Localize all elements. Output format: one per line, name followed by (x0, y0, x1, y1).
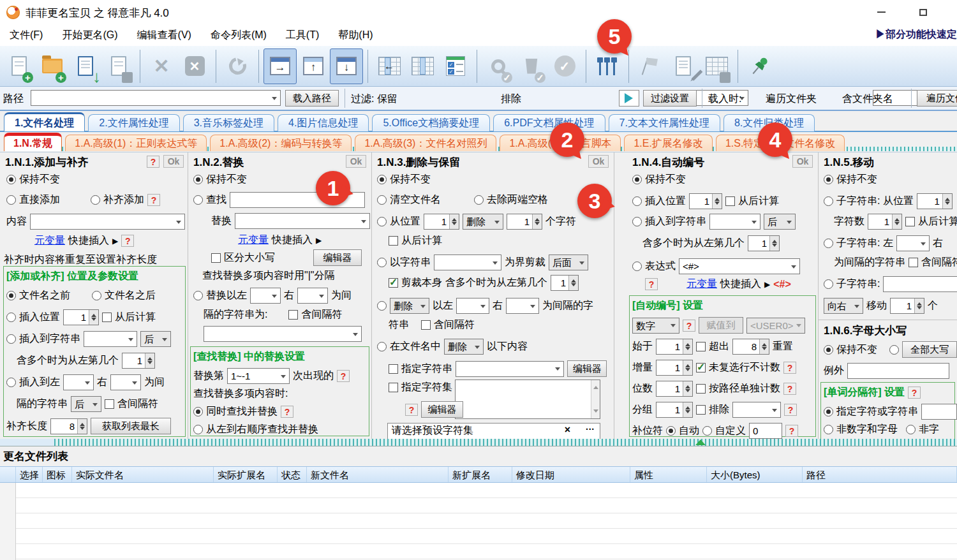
help-icon[interactable]: ? (783, 362, 796, 374)
tab-pdf[interactable]: 6.PDF文档属性处理 (493, 114, 605, 131)
path-combobox[interactable] (31, 90, 281, 106)
edit-list-button[interactable] (667, 48, 700, 84)
expression-radio[interactable] (632, 262, 642, 271)
custom-pad-radio[interactable] (702, 426, 712, 436)
menu-tools[interactable]: 工具(T) (276, 29, 329, 42)
load-list-button[interactable]: ↓ (69, 48, 102, 84)
table-columns-button[interactable] (406, 48, 439, 84)
checklist-button[interactable]: ✓✓ (439, 48, 472, 84)
confirm-button[interactable]: ✓ (548, 48, 581, 84)
collapse-arrow-icon[interactable] (695, 439, 706, 445)
delete-combobox[interactable]: 删除 (390, 298, 429, 314)
meta-var-link[interactable]: 元变量 (238, 233, 269, 247)
editor-button[interactable]: 编辑器 (567, 360, 607, 377)
subtab-mapping-list[interactable]: 1.A.高级(3)：文件名对照列 (355, 135, 496, 151)
pad-add-radio[interactable] (91, 195, 100, 205)
boundary-combobox[interactable] (434, 254, 501, 270)
left-sep-combobox[interactable] (250, 288, 281, 304)
left-sep-combobox[interactable] (896, 235, 930, 251)
get-longest-button[interactable]: 获取列表最长 (91, 418, 171, 434)
exceed-spinner[interactable]: 8 (732, 339, 769, 355)
keep-radio[interactable] (632, 175, 642, 184)
menu-rename[interactable]: 开始更名(G) (52, 29, 127, 42)
table-left-button[interactable]: ← (373, 48, 406, 84)
panel-down-button[interactable]: ↓ (330, 48, 363, 84)
clear-icon[interactable]: × (565, 424, 570, 436)
insert-pos-spinner[interactable]: 1 (689, 193, 722, 209)
subtab-encoding[interactable]: 1.A.高级(2)：编码与转换等 (210, 135, 352, 151)
help-icon[interactable]: ? (147, 194, 160, 206)
menu-help[interactable]: 帮助(H) (329, 29, 382, 42)
tab-text-attrs[interactable]: 7.文本文件属性处理 (609, 114, 720, 131)
help-icon[interactable]: ? (147, 156, 160, 168)
insert-pos-radio[interactable] (6, 313, 16, 322)
direction-combobox[interactable]: 向右 (824, 298, 863, 314)
keep-radio[interactable] (193, 175, 203, 184)
increment-spinner[interactable]: 1 (656, 360, 693, 376)
table-row[interactable] (0, 483, 957, 498)
keep-radio[interactable] (824, 345, 833, 355)
charset-checkbox[interactable] (389, 383, 398, 392)
insert-pos-radio[interactable] (632, 196, 642, 206)
custom-pad-input[interactable]: 0 (749, 423, 782, 439)
spec-string-combobox[interactable] (456, 361, 564, 377)
delete-between-radio[interactable] (377, 301, 387, 311)
direct-add-radio[interactable] (6, 195, 16, 205)
nth-spinner[interactable]: 1 (122, 353, 155, 369)
splitter-left[interactable] (0, 439, 54, 446)
insert-string-combobox[interactable] (709, 214, 760, 230)
column-new-ext[interactable]: 新扩展名 (449, 467, 512, 482)
case-mode-button[interactable]: 全部大写 (902, 341, 957, 358)
left-sep-combobox[interactable] (63, 374, 94, 390)
tab-filename[interactable]: 1.文件名处理 (4, 112, 85, 131)
help-icon[interactable]: ? (645, 278, 658, 290)
help-icon[interactable]: ? (405, 404, 418, 416)
position-spinner[interactable]: 1 (424, 214, 459, 230)
delete-combobox[interactable]: 删除 (463, 214, 503, 230)
meta-var-link[interactable]: 元变量 (34, 234, 65, 247)
table-row[interactable] (0, 529, 957, 544)
substring-pos-radio[interactable] (824, 196, 833, 206)
delete-filtered-button[interactable]: ✓ (515, 48, 548, 84)
column-new-name[interactable]: 新文件名 (307, 467, 449, 482)
expression-combobox[interactable]: <#> (679, 258, 800, 274)
substring-radio[interactable] (824, 279, 833, 289)
digits-spinner[interactable]: 1 (656, 381, 693, 397)
charset-textarea[interactable] (455, 379, 600, 419)
after-combobox[interactable]: 后 (140, 331, 171, 347)
search-button[interactable]: ✓ (482, 48, 515, 84)
after-name-radio[interactable] (92, 291, 101, 300)
column-attrs[interactable]: 属性 (630, 467, 707, 482)
tab-office[interactable]: 5.Office文档摘要处理 (372, 114, 490, 131)
remove-all-button[interactable]: ✕ (178, 48, 211, 84)
help-icon[interactable]: ? (785, 425, 798, 437)
from-end-checkbox[interactable] (905, 217, 915, 226)
column-actual-name[interactable]: 实际文件名 (72, 467, 214, 482)
include-sep-checkbox[interactable] (288, 310, 298, 320)
panel-up-button[interactable]: ↑ (297, 48, 330, 84)
insert-string-combobox[interactable] (84, 331, 137, 347)
after-combobox[interactable]: 后 (71, 396, 101, 412)
pos-spinner[interactable]: 1 (917, 193, 953, 209)
nth-spinner[interactable]: 1 (551, 275, 579, 291)
save-list-button[interactable] (102, 48, 135, 84)
occurrence-combobox[interactable]: 1~-1 (227, 368, 290, 384)
ok-button[interactable]: Ok (163, 155, 184, 168)
subtab-regex[interactable]: 1.A.高级(1)：正则表达式等 (65, 135, 207, 151)
splitter-handle[interactable] (54, 439, 957, 446)
pad-length-spinner[interactable]: 8 (50, 418, 87, 434)
crop-side-combobox[interactable]: 后面 (549, 254, 588, 270)
replacement-combobox[interactable] (204, 326, 362, 342)
column-actual-ext[interactable]: 实际扩展名 (214, 467, 278, 482)
from-end-checkbox[interactable] (725, 196, 735, 206)
pushpin-button[interactable] (743, 48, 776, 84)
keep-radio[interactable] (377, 175, 387, 184)
group-spinner[interactable]: 1 (656, 402, 693, 418)
help-icon[interactable]: ? (683, 320, 695, 332)
column-blank[interactable] (0, 467, 16, 482)
delete-combobox[interactable]: 删除 (444, 339, 484, 355)
insert-to-string-radio[interactable] (632, 217, 642, 226)
column-status[interactable]: 状态 (278, 467, 307, 482)
trim-spaces-radio[interactable] (474, 195, 484, 205)
left-sep-combobox[interactable] (456, 298, 489, 314)
